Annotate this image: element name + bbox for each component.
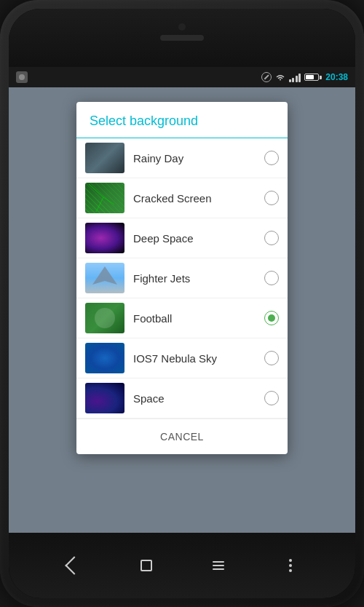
app-notification-icon: [16, 71, 28, 83]
battery-fill: [306, 75, 314, 79]
back-button[interactable]: [61, 552, 87, 579]
list-item[interactable]: Cracked Screen: [76, 178, 288, 218]
label-deep-space: Deep Space: [133, 232, 256, 245]
list-item[interactable]: Deep Space: [76, 218, 288, 258]
radio-ios7-nebula-sky[interactable]: [264, 351, 279, 365]
top-bezel: [9, 9, 355, 67]
screen-content: Select background Rainy DayCracked Scree…: [9, 87, 355, 533]
radio-rainy-day[interactable]: [264, 151, 279, 165]
select-background-dialog: Select background Rainy DayCracked Scree…: [76, 102, 288, 454]
battery-tip: [320, 76, 322, 79]
label-fighter-jets: Fighter Jets: [133, 272, 256, 285]
battery-body: [304, 74, 319, 81]
recents-button[interactable]: [205, 552, 232, 579]
signal-bar-1: [289, 79, 291, 82]
thumb-ios7-nebula-sky: [85, 343, 124, 373]
wifi-icon: [275, 73, 285, 82]
svg-line-3: [103, 197, 114, 205]
battery-icon: [304, 74, 322, 81]
phone-device: 20:38 Select background Rainy DayCracked…: [0, 0, 364, 607]
signal-bars-icon: [289, 72, 301, 82]
status-time: 20:38: [325, 72, 348, 82]
list-item[interactable]: Rainy Day: [76, 138, 288, 178]
phone-inner: 20:38 Select background Rainy DayCracked…: [9, 9, 355, 598]
radio-fighter-jets[interactable]: [264, 271, 279, 285]
dialog-title: Select background: [76, 102, 288, 138]
list-item[interactable]: Fighter Jets: [76, 258, 288, 298]
thumb-fighter-jets: [85, 263, 124, 293]
label-space: Space: [133, 392, 256, 405]
background-list: Rainy DayCracked ScreenDeep SpaceFighter…: [76, 138, 288, 418]
list-item[interactable]: Space: [76, 378, 288, 418]
label-football: Football: [133, 312, 256, 325]
status-bar: 20:38: [9, 67, 355, 87]
recents-icon: [213, 561, 224, 570]
home-icon: [141, 560, 152, 571]
list-item[interactable]: Football: [76, 298, 288, 338]
label-ios7-nebula-sky: IOS7 Nebula Sky: [133, 352, 256, 365]
thumb-deep-space: [85, 223, 124, 253]
svg-line-2: [96, 197, 103, 212]
more-button[interactable]: [277, 552, 304, 579]
radio-inner-dot: [268, 314, 275, 322]
label-rainy-day: Rainy Day: [133, 152, 256, 164]
signal-bar-3: [296, 76, 298, 82]
status-right: 20:38: [261, 72, 348, 82]
back-icon: [65, 556, 83, 574]
signal-bar-2: [292, 78, 294, 82]
dialog-footer: Cancel: [76, 418, 288, 454]
speaker-grill: [160, 35, 204, 41]
home-button[interactable]: [133, 552, 159, 579]
thumb-space: [85, 383, 124, 413]
front-camera: [178, 23, 186, 31]
svg-line-1: [89, 184, 103, 197]
no-signal-icon: [261, 72, 272, 82]
more-icon: [289, 559, 292, 572]
radio-deep-space[interactable]: [264, 231, 279, 245]
radio-space[interactable]: [264, 391, 279, 405]
radio-cracked-screen[interactable]: [264, 191, 279, 205]
status-left: [16, 71, 28, 83]
list-item[interactable]: IOS7 Nebula Sky: [76, 338, 288, 378]
radio-football[interactable]: [264, 311, 279, 325]
thumb-rainy-day: [85, 143, 124, 173]
cancel-button[interactable]: Cancel: [146, 425, 218, 448]
svg-point-0: [19, 74, 25, 80]
thumb-cracked-screen: [85, 183, 124, 213]
signal-bar-4: [298, 74, 301, 82]
bottom-bezel: [9, 533, 355, 598]
svg-marker-4: [92, 266, 117, 285]
svg-point-5: [95, 308, 115, 328]
thumb-football: [85, 303, 124, 333]
label-cracked-screen: Cracked Screen: [133, 192, 256, 205]
screen: 20:38 Select background Rainy DayCracked…: [9, 67, 355, 533]
